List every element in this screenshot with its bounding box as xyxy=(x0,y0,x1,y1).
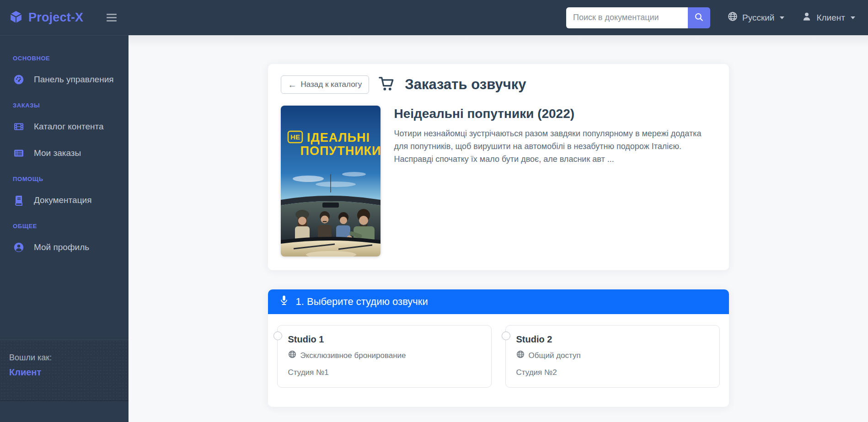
sidebar-item-label: Панель управления xyxy=(34,75,114,85)
user-circle-icon xyxy=(13,242,25,253)
sidebar-footer: Вошли как: Клиент xyxy=(0,340,129,401)
studio-access-row: Эксклюзивное бронирование xyxy=(288,350,480,361)
studio-list: Studio 1 Эксклюзивное бронирование xyxy=(268,314,729,407)
chevron-down-icon xyxy=(851,16,855,19)
sidebar-item-label: Мои заказы xyxy=(34,148,81,158)
sidebar-item-label: Документация xyxy=(34,195,91,205)
sidebar-nav: ОСНОВНОЕ Панель управления ЗАКАЗЫ xyxy=(0,36,129,261)
back-button-label: Назад к каталогу xyxy=(301,80,362,89)
cube-logo-icon xyxy=(9,10,23,26)
sidebar: ОСНОВНОЕ Панель управления ЗАКАЗЫ xyxy=(0,35,129,422)
logged-in-as-label: Вошли как: xyxy=(9,353,119,363)
page-title: Заказать озвучку xyxy=(405,76,526,93)
studio-section: 1. Выберите студию озвучки Studio 1 xyxy=(268,289,729,407)
sidebar-spacer xyxy=(0,401,129,422)
logged-in-user: Клиент xyxy=(9,367,119,378)
movie-description: Чотири незнайомці зустрічаються разом за… xyxy=(394,128,716,166)
main-content: ← Назад к каталогу Заказать озвучку xyxy=(129,35,868,422)
app-root: Project-X xyxy=(0,0,868,422)
order-card-body: НЕ ІДЕАЛЬНІ ПОПУТНИКИ xyxy=(281,106,716,256)
sidebar-item-label: Мой профиль xyxy=(34,242,89,252)
cart-icon xyxy=(378,76,396,93)
microphone-icon xyxy=(279,294,289,309)
book-icon xyxy=(13,195,25,206)
top-navbar: Project-X xyxy=(0,0,868,35)
poster-title-line1: ІДЕАЛЬНІ xyxy=(307,131,370,144)
movie-info: Неідеальні попутники (2022) Чотири незна… xyxy=(394,106,716,256)
user-dropdown[interactable]: Клиент xyxy=(802,11,855,24)
sidebar-section-main: ОСНОВНОЕ xyxy=(0,46,129,66)
sidebar-item-label: Каталог контента xyxy=(34,122,104,132)
studio-2-radio[interactable] xyxy=(502,331,510,340)
language-dropdown[interactable]: Русский xyxy=(728,11,785,24)
list-icon xyxy=(13,148,25,159)
sidebar-section-help: ПОМОЩЬ xyxy=(0,166,129,187)
search-box xyxy=(566,7,710,28)
search-input[interactable] xyxy=(566,7,688,28)
search-icon xyxy=(694,12,704,23)
gauge-icon xyxy=(13,74,25,85)
search-button[interactable] xyxy=(688,7,710,28)
studio-name[interactable]: Studio 1 xyxy=(288,334,480,345)
studio-section-header: 1. Выберите студию озвучки xyxy=(268,289,729,314)
sidebar-item-my-orders[interactable]: Мои заказы xyxy=(0,140,129,166)
hamburger-menu-icon[interactable] xyxy=(103,10,120,25)
sidebar-item-profile[interactable]: Мой профиль xyxy=(0,234,129,261)
back-to-catalog-button[interactable]: ← Назад к каталогу xyxy=(281,75,370,94)
globe-icon xyxy=(728,11,738,24)
studio-note: Студия №2 xyxy=(516,368,708,377)
studio-name[interactable]: Studio 2 xyxy=(516,334,708,345)
studio-option-1[interactable]: Studio 1 Эксклюзивное бронирование xyxy=(277,325,492,388)
poster-title-line2: ПОПУТНИКИ xyxy=(300,144,380,158)
navbar-right: Русский Клиент xyxy=(566,7,855,28)
movie-title: Неідеальні попутники (2022) xyxy=(394,107,716,121)
studio-1-radio[interactable] xyxy=(273,331,282,340)
studio-access-row: Общий доступ xyxy=(516,350,708,361)
sidebar-item-dashboard[interactable]: Панель управления xyxy=(0,66,129,93)
studio-section-title: 1. Выберите студию озвучки xyxy=(296,296,428,308)
user-icon xyxy=(802,11,812,24)
studio-access-label: Общий доступ xyxy=(529,351,581,360)
movie-poster: НЕ ІДЕАЛЬНІ ПОПУТНИКИ xyxy=(281,106,380,256)
back-arrow-icon: ← xyxy=(288,80,297,89)
brand[interactable]: Project-X xyxy=(9,10,98,26)
globe-icon xyxy=(516,350,525,361)
film-icon xyxy=(13,121,25,132)
chevron-down-icon xyxy=(780,16,784,19)
brand-name: Project-X xyxy=(28,11,83,25)
user-label: Клиент xyxy=(816,13,845,23)
sidebar-section-general: ОБЩЕЕ xyxy=(0,214,129,234)
order-card: ← Назад к каталогу Заказать озвучку xyxy=(268,64,729,270)
globe-icon xyxy=(288,350,296,361)
order-card-header: ← Назад к каталогу Заказать озвучку xyxy=(281,75,716,94)
sidebar-item-catalog[interactable]: Каталог контента xyxy=(0,113,129,140)
studio-note: Студия №1 xyxy=(288,368,480,377)
sidebar-item-docs[interactable]: Документация xyxy=(0,187,129,214)
studio-option-2[interactable]: Studio 2 Общий доступ xyxy=(505,325,720,388)
poster-badge: НЕ xyxy=(290,133,300,141)
sidebar-section-orders: ЗАКАЗЫ xyxy=(0,93,129,113)
language-label: Русский xyxy=(742,13,775,23)
studio-access-label: Эксклюзивное бронирование xyxy=(300,351,406,360)
